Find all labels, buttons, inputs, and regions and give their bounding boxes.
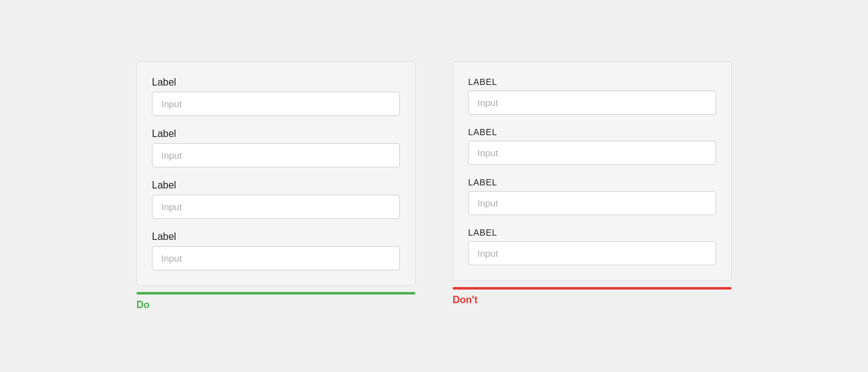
example-do: LabelLabelLabelLabelDo [136,61,415,311]
field-input-do-3[interactable] [152,246,400,270]
form-field-do-0: Label [152,77,400,116]
field-input-do-2[interactable] [152,195,400,219]
field-input-dont-3[interactable] [468,241,716,265]
indicator-label-dont: Don't [453,294,732,306]
field-label-dont-1: LABEL [468,127,716,137]
form-card-dont: LABELLABELLABELLABEL [453,61,732,281]
form-field-dont-0: LABEL [468,77,716,115]
field-label-do-0: Label [152,77,400,88]
examples-wrapper: LabelLabelLabelLabelDoLABELLABELLABELLAB… [136,37,732,335]
field-input-dont-2[interactable] [468,191,716,215]
form-field-do-1: Label [152,128,400,167]
field-label-do-3: Label [152,231,400,242]
field-input-dont-1[interactable] [468,141,716,165]
field-input-dont-0[interactable] [468,91,716,115]
indicator-bar-do [136,292,415,294]
field-label-do-2: Label [152,180,400,191]
field-label-dont-2: LABEL [468,177,716,187]
example-dont: LABELLABELLABELLABELDon't [453,61,732,306]
form-field-dont-2: LABEL [468,177,716,215]
field-input-do-1[interactable] [152,143,400,167]
field-label-do-1: Label [152,128,400,140]
indicator-label-do: Do [136,299,415,311]
indicator-bar-dont [453,287,732,290]
field-label-dont-3: LABEL [468,228,716,237]
field-label-dont-0: LABEL [468,77,716,87]
form-field-dont-3: LABEL [468,228,716,265]
form-card-do: LabelLabelLabelLabel [136,61,415,286]
field-input-do-0[interactable] [152,92,400,116]
form-field-dont-1: LABEL [468,127,716,165]
form-field-do-2: Label [152,180,400,219]
form-field-do-3: Label [152,231,400,270]
